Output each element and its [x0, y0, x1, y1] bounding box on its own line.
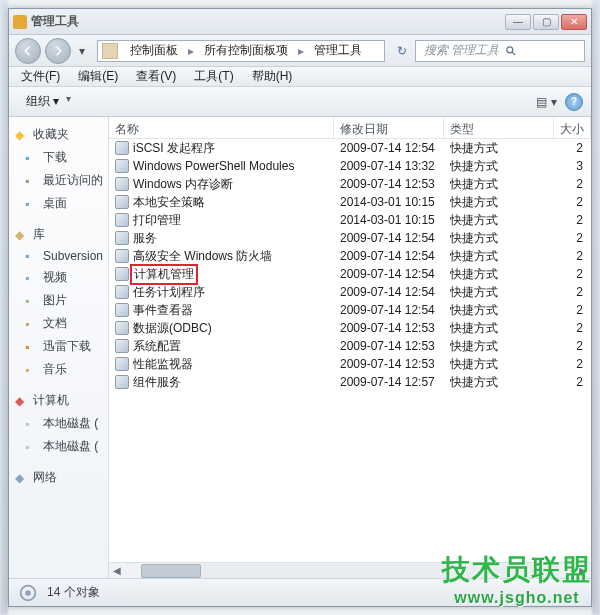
file-name: iSCSI 发起程序: [133, 140, 215, 157]
menu-item[interactable]: 工具(T): [186, 66, 241, 87]
forward-button[interactable]: [45, 38, 71, 64]
file-date: 2009-07-14 12:54: [340, 231, 450, 245]
scroll-thumb[interactable]: [141, 564, 201, 578]
ic-pic-icon: ▪: [25, 294, 39, 308]
sidebar-item[interactable]: ▪音乐: [13, 358, 104, 381]
refresh-button[interactable]: ↻: [393, 42, 411, 60]
file-name: Windows 内存诊断: [133, 176, 233, 193]
help-button[interactable]: ?: [565, 93, 583, 111]
file-row[interactable]: Windows 内存诊断 2009-07-14 12:53 快捷方式 2: [109, 175, 591, 193]
file-name: 数据源(ODBC): [133, 320, 212, 337]
file-row[interactable]: iSCSI 发起程序 2009-07-14 12:54 快捷方式 2: [109, 139, 591, 157]
ic-net-icon: ◆: [15, 471, 29, 485]
file-row[interactable]: 计算机管理 2009-07-14 12:54 快捷方式 2: [109, 265, 591, 283]
sidebar-item[interactable]: ▪本地磁盘 (: [13, 435, 104, 458]
menu-bar: 文件(F)编辑(E)查看(V)工具(T)帮助(H): [9, 67, 591, 87]
file-row[interactable]: 本地安全策略 2014-03-01 10:15 快捷方式 2: [109, 193, 591, 211]
shortcut-icon: [115, 321, 129, 335]
shortcut-icon: [115, 267, 129, 281]
view-mode-button[interactable]: ▤ ▾: [536, 95, 557, 109]
file-date: 2009-07-14 12:54: [340, 303, 450, 317]
file-size: 2: [560, 231, 591, 245]
nav-history-dropdown[interactable]: ▾: [75, 41, 89, 61]
file-date: 2014-03-01 10:15: [340, 213, 450, 227]
sidebar-item[interactable]: ▪Subversion: [13, 246, 104, 266]
file-row[interactable]: 组件服务 2009-07-14 12:57 快捷方式 2: [109, 373, 591, 391]
close-button[interactable]: ✕: [561, 14, 587, 30]
file-type: 快捷方式: [450, 356, 560, 373]
file-size: 3: [560, 159, 591, 173]
crumb-seg[interactable]: 管理工具: [306, 42, 370, 59]
crumb-seg[interactable]: 控制面板: [122, 42, 186, 59]
sidebar-item[interactable]: ▪最近访问的: [13, 169, 104, 192]
file-date: 2014-03-01 10:15: [340, 195, 450, 209]
shortcut-icon: [115, 231, 129, 245]
title-bar: 管理工具 — ▢ ✕: [9, 9, 591, 35]
file-size: 2: [560, 141, 591, 155]
sidebar-computer[interactable]: ◆计算机: [13, 389, 104, 412]
scroll-left-arrow[interactable]: ◀: [109, 565, 125, 576]
sidebar: ◆收藏夹▪下载▪最近访问的▪桌面◆库▪Subversion▪视频▪图片▪文档▪迅…: [9, 117, 109, 578]
file-row[interactable]: 系统配置 2009-07-14 12:53 快捷方式 2: [109, 337, 591, 355]
file-row[interactable]: 事件查看器 2009-07-14 12:54 快捷方式 2: [109, 301, 591, 319]
col-date[interactable]: 修改日期: [334, 117, 444, 138]
shortcut-icon: [115, 177, 129, 191]
shortcut-icon: [115, 339, 129, 353]
shortcut-icon: [115, 303, 129, 317]
file-size: 2: [560, 285, 591, 299]
maximize-button[interactable]: ▢: [533, 14, 559, 30]
menu-item[interactable]: 编辑(E): [70, 66, 126, 87]
file-date: 2009-07-14 12:54: [340, 285, 450, 299]
file-row[interactable]: 高级安全 Windows 防火墙 2009-07-14 12:54 快捷方式 2: [109, 247, 591, 265]
shortcut-icon: [115, 195, 129, 209]
chevron-down-icon: ▾: [551, 95, 557, 109]
shortcut-icon: [115, 375, 129, 389]
sidebar-item[interactable]: ▪图片: [13, 289, 104, 312]
file-row[interactable]: Windows PowerShell Modules 2009-07-14 13…: [109, 157, 591, 175]
menu-item[interactable]: 文件(F): [13, 66, 68, 87]
chevron-icon: ▸: [188, 44, 194, 58]
file-row[interactable]: 服务 2009-07-14 12:54 快捷方式 2: [109, 229, 591, 247]
col-size[interactable]: 大小: [554, 117, 591, 138]
horizontal-scrollbar[interactable]: ◀ ▶: [109, 562, 591, 578]
file-date: 2009-07-14 13:32: [340, 159, 450, 173]
organize-button[interactable]: 组织 ▾: [17, 90, 76, 113]
file-size: 2: [560, 195, 591, 209]
file-type: 快捷方式: [450, 320, 560, 337]
file-row[interactable]: 打印管理 2014-03-01 10:15 快捷方式 2: [109, 211, 591, 229]
menu-item[interactable]: 帮助(H): [244, 66, 301, 87]
nav-row: ▾ 控制面板 ▸ 所有控制面板项 ▸ 管理工具 ↻ 搜索 管理工具: [9, 35, 591, 67]
content-pane: 名称 修改日期 类型 大小 iSCSI 发起程序 2009-07-14 12:5…: [109, 117, 591, 578]
file-row[interactable]: 性能监视器 2009-07-14 12:53 快捷方式 2: [109, 355, 591, 373]
ic-desk-icon: ▪: [25, 197, 39, 211]
file-list: iSCSI 发起程序 2009-07-14 12:54 快捷方式 2 Windo…: [109, 139, 591, 562]
file-date: 2009-07-14 12:57: [340, 375, 450, 389]
sidebar-item[interactable]: ▪桌面: [13, 192, 104, 215]
file-row[interactable]: 任务计划程序 2009-07-14 12:54 快捷方式 2: [109, 283, 591, 301]
sidebar-libraries[interactable]: ◆库: [13, 223, 104, 246]
shortcut-icon: [115, 357, 129, 371]
breadcrumb[interactable]: 控制面板 ▸ 所有控制面板项 ▸ 管理工具: [97, 40, 385, 62]
file-row[interactable]: 数据源(ODBC) 2009-07-14 12:53 快捷方式 2: [109, 319, 591, 337]
col-name[interactable]: 名称: [109, 117, 334, 138]
search-input[interactable]: 搜索 管理工具: [415, 40, 585, 62]
col-type[interactable]: 类型: [444, 117, 554, 138]
scroll-right-arrow[interactable]: ▶: [575, 565, 591, 576]
file-type: 快捷方式: [450, 158, 560, 175]
sidebar-network[interactable]: ◆网络: [13, 466, 104, 489]
back-button[interactable]: [15, 38, 41, 64]
file-size: 2: [560, 357, 591, 371]
sidebar-item[interactable]: ▪文档: [13, 312, 104, 335]
svg-point-3: [25, 590, 31, 596]
menu-item[interactable]: 查看(V): [128, 66, 184, 87]
sidebar-item[interactable]: ▪迅雷下载: [13, 335, 104, 358]
search-placeholder: 搜索 管理工具: [424, 42, 499, 59]
sidebar-item[interactable]: ▪视频: [13, 266, 104, 289]
sidebar-favorites[interactable]: ◆收藏夹: [13, 123, 104, 146]
file-name: 系统配置: [133, 338, 181, 355]
sidebar-item[interactable]: ▪本地磁盘 (: [13, 412, 104, 435]
gear-icon: [17, 582, 39, 604]
crumb-seg[interactable]: 所有控制面板项: [196, 42, 296, 59]
minimize-button[interactable]: —: [505, 14, 531, 30]
sidebar-item[interactable]: ▪下载: [13, 146, 104, 169]
